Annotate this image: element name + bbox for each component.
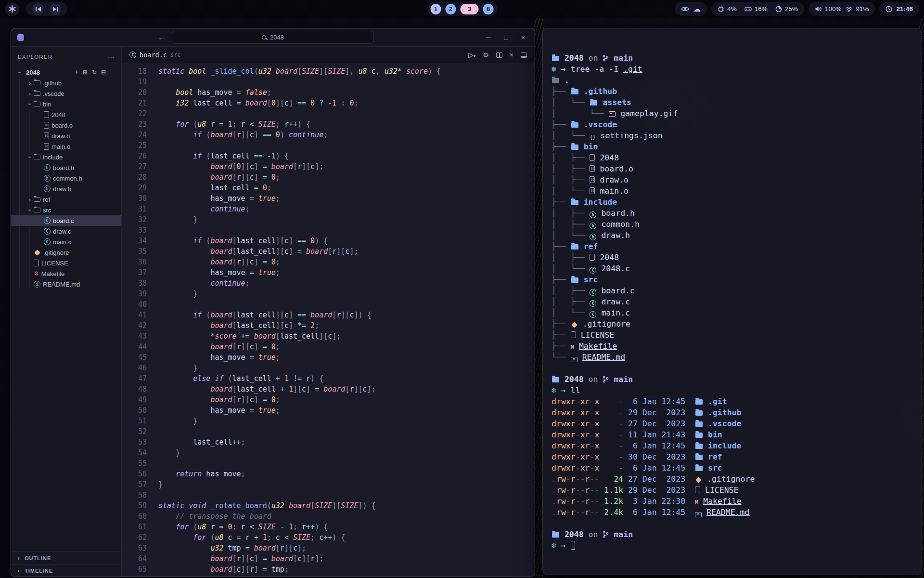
code-line-60[interactable]: 60 // transpose the board	[125, 511, 535, 522]
close-tab-icon[interactable]: ×	[510, 51, 513, 59]
timeline-section[interactable]: › TIMELINE	[11, 564, 121, 577]
code-line-33[interactable]: 33	[125, 225, 535, 236]
outline-section[interactable]: › OUTLINE	[11, 552, 121, 564]
tree-item-draw.c[interactable]: ›Cdraw.c	[11, 226, 121, 236]
tree-item-draw.h[interactable]: ›hdraw.h	[11, 184, 121, 194]
code-line-53[interactable]: 53 last_cell++;	[125, 437, 535, 447]
code-line-52[interactable]: 52	[125, 426, 535, 437]
code-line-18[interactable]: 18static bool _slide_col(u32 board[SIZE]…	[125, 66, 535, 77]
code-line-56[interactable]: 56 return has_move;	[125, 469, 535, 479]
explorer-more-button[interactable]: ⋯	[108, 53, 115, 61]
code-line-65[interactable]: 65 board[c][r] = tmp;	[125, 564, 535, 575]
toggle-panel-icon[interactable]	[521, 53, 527, 58]
minimize-button[interactable]: ─	[486, 34, 491, 41]
close-button[interactable]: ×	[521, 34, 525, 41]
code-line-26[interactable]: 26 if (last_cell == -1) {	[125, 151, 535, 161]
tree-item-draw.o[interactable]: ›draw.o	[11, 131, 121, 141]
tree-item-Makefile[interactable]: ›⚙Makefile	[11, 268, 121, 279]
tree-item-LICENSE[interactable]: ›LICENSE	[11, 258, 121, 268]
code-line-46[interactable]: 46 }	[125, 363, 535, 373]
tree-item-bin[interactable]: ›bin	[11, 99, 121, 109]
terminal-window[interactable]: 2048 on main❄ → tree -a -I .git .├── .gi…	[542, 28, 922, 575]
tree-item-src[interactable]: ›src	[11, 205, 121, 215]
code-line-20[interactable]: 20 bool has_move = false;	[125, 87, 535, 98]
code-area[interactable]: 18static bool _slide_col(u32 board[SIZE]…	[122, 63, 535, 577]
tree-item-main.o[interactable]: ›main.o	[11, 141, 121, 152]
code-line-19[interactable]: 19	[125, 77, 535, 87]
tree-item-2048[interactable]: ›2048+⊞↻⊟	[11, 67, 121, 78]
code-line-59[interactable]: 59static void _rotate_board(u32 board[SI…	[125, 500, 535, 511]
tree-item-ref[interactable]: ›ref	[11, 194, 121, 205]
entry-name: board.c	[601, 286, 635, 295]
tree-item-.gitignore[interactable]: ›.gitignore	[11, 247, 121, 258]
code-line-37[interactable]: 37 has_move = true;	[125, 267, 535, 278]
code-line-43[interactable]: 43 *score += board[last_cell][c];	[125, 331, 535, 342]
workspace-3[interactable]: 3	[461, 4, 479, 14]
code-line-45[interactable]: 45 has_move = true;	[125, 352, 535, 363]
code-line-63[interactable]: 63 u32 tmp = board[r][c];	[125, 543, 535, 553]
code-line-38[interactable]: 38 continue;	[125, 278, 535, 289]
vscode-window[interactable]: ← → 2048 ─ □ × EXPLORER ⋯ ›2048+⊞↻⊟›.git…	[11, 28, 535, 577]
code-line-54[interactable]: 54 }	[125, 447, 535, 458]
code-line-35[interactable]: 35 board[last_cell][c] = board[r][c];	[125, 246, 535, 257]
code-line-34[interactable]: 34 if (board[last_cell][c] == 0) {	[125, 236, 535, 246]
code-line-61[interactable]: 61 for (u8 r = 0; r < SIZE - 1; r++) {	[125, 522, 535, 532]
code-line-27[interactable]: 27 board[0][c] = board[r][c];	[125, 161, 535, 172]
code-line-39[interactable]: 39 }	[125, 289, 535, 299]
code-line-22[interactable]: 22	[125, 108, 535, 119]
refresh-button[interactable]: ↻	[92, 69, 97, 76]
code-line-50[interactable]: 50 has_move = true;	[125, 405, 535, 416]
terminal-prompt-line: 2048 on main	[552, 53, 913, 64]
permission-char: x	[594, 463, 599, 473]
new-folder-button[interactable]: ⊞	[83, 69, 88, 76]
code-line-42[interactable]: 42 board[last_cell][c] *= 2;	[125, 320, 535, 331]
workspace-1[interactable]: 1	[431, 4, 441, 14]
code-line-49[interactable]: 49 board[r][c] = 0;	[125, 394, 535, 405]
run-button[interactable]: ▷▾	[468, 51, 475, 59]
collapse-all-button[interactable]: ⊟	[101, 69, 106, 76]
code-line-48[interactable]: 48 board[last_cell + 1][c] = board[r][c]…	[125, 384, 535, 394]
maximize-button[interactable]: □	[504, 34, 508, 41]
code-line-23[interactable]: 23 for (u8 r = 1; r < SIZE; r++) {	[125, 119, 535, 130]
code-line-32[interactable]: 32 }	[125, 214, 535, 225]
code-line-55[interactable]: 55	[125, 458, 535, 469]
code-line-47[interactable]: 47 else if (last_cell + 1 != r) {	[125, 373, 535, 384]
code-line-62[interactable]: 62 for (u8 c = r + 1; c < SIZE; c++) {	[125, 532, 535, 543]
tree-item-.vscode[interactable]: ›.vscode	[11, 88, 121, 99]
code-line-25[interactable]: 25	[125, 140, 535, 151]
tree-item-board.h[interactable]: ›hboard.h	[11, 162, 121, 173]
command-search-box[interactable]: 2048	[172, 31, 374, 44]
code-line-31[interactable]: 31 continue;	[125, 204, 535, 214]
code-line-57[interactable]: 57}	[125, 479, 535, 490]
code-line-41[interactable]: 41 if (board[last_cell][c] == board[r][c…	[125, 310, 535, 320]
code-line-28[interactable]: 28 board[r][c] = 0;	[125, 172, 535, 183]
tree-item-board.c[interactable]: ›Cboard.c	[11, 215, 121, 226]
code-line-21[interactable]: 21 i32 last_cell = board[0][c] == 0 ? -1…	[125, 98, 535, 108]
tree-item-2048[interactable]: ›2048	[11, 109, 121, 120]
code-line-64[interactable]: 64 board[r][c] = board[c][r];	[125, 553, 535, 564]
split-editor-icon[interactable]	[496, 53, 502, 58]
code-line-30[interactable]: 30 has_move = true;	[125, 193, 535, 204]
tree-item-include[interactable]: ›include	[11, 152, 121, 162]
code-line-36[interactable]: 36 board[r][c] = 0;	[125, 257, 535, 267]
media-next-button[interactable]	[50, 3, 61, 15]
code-line-58[interactable]: 58	[125, 490, 535, 500]
tree-item-main.c[interactable]: ›Cmain.c	[11, 236, 121, 247]
code-line-40[interactable]: 40	[125, 299, 535, 310]
code-line-29[interactable]: 29 last_cell = 0;	[125, 183, 535, 193]
tree-item-board.o[interactable]: ›board.o	[11, 120, 121, 131]
code-line-24[interactable]: 24 if (board[r][c] == 0) continue;	[125, 130, 535, 140]
tree-item-common.h[interactable]: ›hcommon.h	[11, 173, 121, 184]
tree-item-.github[interactable]: ›.github	[11, 78, 121, 88]
code-line-44[interactable]: 44 board[r][c] = 0;	[125, 342, 535, 352]
nav-back-button[interactable]: ←	[158, 33, 165, 41]
launcher-button[interactable]	[5, 2, 19, 16]
tab-board-c[interactable]: C board.c src	[129, 51, 181, 59]
code-line-51[interactable]: 51 }	[125, 416, 535, 426]
workspace-2[interactable]: 2	[446, 4, 456, 14]
new-file-button[interactable]: +	[75, 69, 78, 76]
workspace-8[interactable]: 8	[483, 4, 494, 14]
media-prev-button[interactable]	[32, 3, 44, 15]
tree-item-README.md[interactable]: ›iREADME.md	[11, 279, 121, 289]
settings-gear-icon[interactable]: ⚙	[483, 51, 489, 59]
